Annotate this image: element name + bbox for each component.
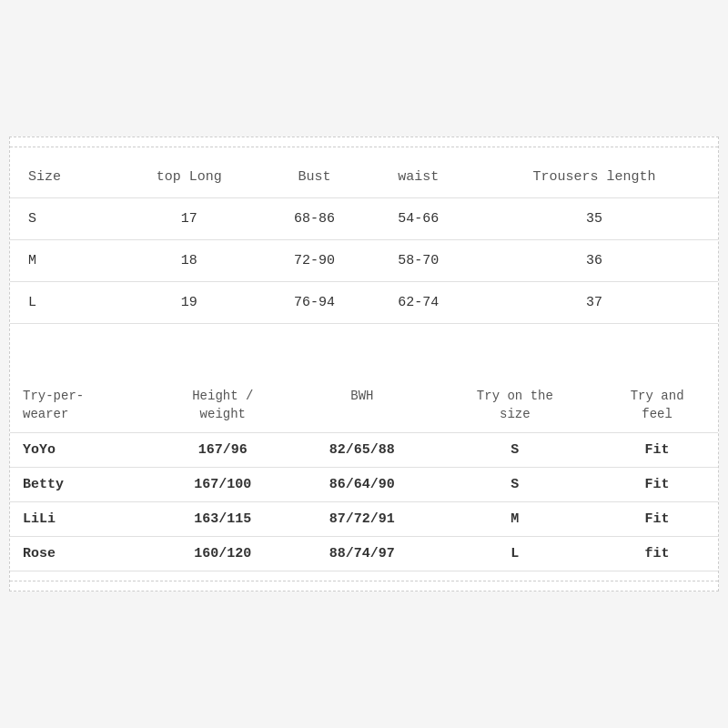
tryon-cell-1-0: Betty xyxy=(10,468,155,502)
tryon-cell-0-0: YoYo xyxy=(10,433,155,468)
size-chart-table: Sizetop LongBustwaistTrousers length S17… xyxy=(10,157,718,324)
tryon-cell-2-1: 163/115 xyxy=(155,502,290,537)
tryon-cell-1-4: Fit xyxy=(596,468,718,502)
tryon-cell-0-3: S xyxy=(434,433,597,468)
size-cell-2-1: 19 xyxy=(116,281,263,323)
size-cell-2-2: 76-94 xyxy=(262,281,366,323)
tryon-row-1: Betty167/10086/64/90SFit xyxy=(10,468,718,502)
tryon-cell-2-3: M xyxy=(434,502,597,537)
size-row-2: L1976-9462-7437 xyxy=(10,281,718,323)
tryon-row-2: LiLi163/11587/72/91MFit xyxy=(10,502,718,537)
size-row-0: S1768-8654-6635 xyxy=(10,197,718,239)
tryon-cell-3-3: L xyxy=(434,537,597,571)
size-cell-0-4: 35 xyxy=(470,197,718,239)
tryon-cell-1-1: 167/100 xyxy=(155,468,290,502)
size-cell-2-0: L xyxy=(10,281,116,323)
tryon-cell-3-0: Rose xyxy=(10,537,155,571)
size-cell-0-2: 68-86 xyxy=(262,197,366,239)
size-cell-2-4: 37 xyxy=(470,281,718,323)
tryon-cell-0-1: 167/96 xyxy=(155,433,290,468)
size-chart-header-row: Sizetop LongBustwaistTrousers length xyxy=(10,157,718,198)
size-cell-2-3: 62-74 xyxy=(367,281,470,323)
tryon-cell-1-3: S xyxy=(434,468,597,502)
bottom-header-3: Try on thesize xyxy=(434,379,597,433)
bottom-header-2: BWH xyxy=(290,379,433,433)
tryon-row-3: Rose160/12088/74/97Lfit xyxy=(10,537,718,571)
tryon-cell-2-0: LiLi xyxy=(10,502,155,537)
top-header-1: top Long xyxy=(116,157,263,198)
tryon-row-0: YoYo167/9682/65/88SFit xyxy=(10,433,718,468)
tryon-cell-2-2: 87/72/91 xyxy=(290,502,433,537)
top-header-2: Bust xyxy=(262,157,366,198)
tryon-cell-2-4: Fit xyxy=(596,502,718,537)
tryon-cell-0-2: 82/65/88 xyxy=(290,433,433,468)
main-container: Sizetop LongBustwaistTrousers length S17… xyxy=(9,136,719,592)
tryon-table: Try-per-wearerHeight /weightBWHTry on th… xyxy=(10,379,718,571)
size-cell-0-0: S xyxy=(10,197,116,239)
bottom-header-4: Try andfeel xyxy=(596,379,718,433)
tryon-cell-1-2: 86/64/90 xyxy=(290,468,433,502)
size-cell-1-2: 72-90 xyxy=(262,239,366,281)
size-cell-1-1: 18 xyxy=(116,239,263,281)
size-cell-1-0: M xyxy=(10,239,116,281)
top-header-0: Size xyxy=(10,157,116,198)
tryon-cell-3-2: 88/74/97 xyxy=(290,537,433,571)
top-header-3: waist xyxy=(367,157,470,198)
tryon-cell-3-1: 160/120 xyxy=(155,537,290,571)
tryon-header-row: Try-per-wearerHeight /weightBWHTry on th… xyxy=(10,379,718,433)
size-cell-0-3: 54-66 xyxy=(367,197,470,239)
top-header-4: Trousers length xyxy=(470,157,718,198)
size-cell-1-3: 58-70 xyxy=(367,239,470,281)
tryon-cell-0-4: Fit xyxy=(596,433,718,468)
bottom-header-0: Try-per-wearer xyxy=(10,379,155,433)
bottom-header-1: Height /weight xyxy=(155,379,290,433)
tryon-cell-3-4: fit xyxy=(596,537,718,571)
size-row-1: M1872-9058-7036 xyxy=(10,239,718,281)
size-cell-0-1: 17 xyxy=(116,197,263,239)
size-cell-1-4: 36 xyxy=(470,239,718,281)
